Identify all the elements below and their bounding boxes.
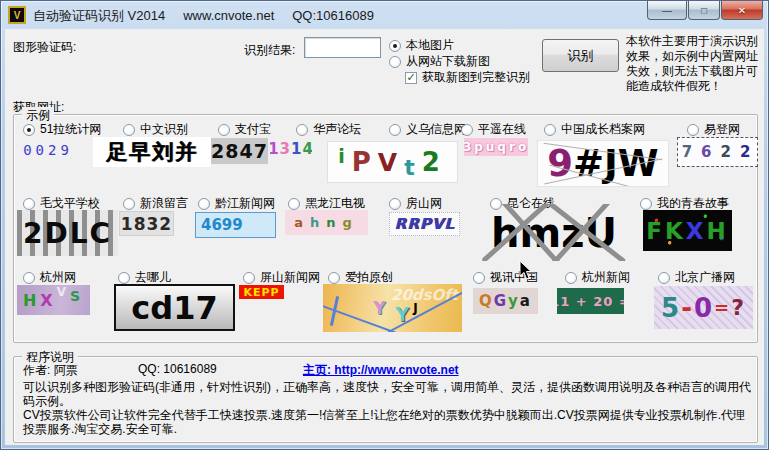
- radio-site-chinese-ocr[interactable]: 中文识别: [123, 121, 188, 138]
- site-label: 杭州新闻: [582, 269, 630, 286]
- radio-site-yiwu[interactable]: 义乌信息网: [389, 121, 466, 138]
- checkbox-label: 获取新图到完整识别: [422, 69, 530, 86]
- radio-icon: [389, 40, 401, 52]
- radio-download-label: 从网站下载新图: [406, 53, 490, 70]
- captcha-image-shixun: QGya: [473, 288, 538, 314]
- captcha-image-hangzhou: HXVS: [17, 285, 90, 315]
- captcha-image-yiwu: iPVt2: [327, 141, 458, 183]
- radio-icon: [658, 272, 670, 284]
- captcha-image-sina: 1832: [120, 212, 173, 235]
- radio-download-new[interactable]: 从网站下载新图: [389, 53, 490, 70]
- site-label: 平遥在线: [478, 121, 526, 138]
- captcha-image-fangshan: RRPVL: [389, 212, 460, 236]
- captcha-image-heilongjiang: ahng: [285, 210, 368, 235]
- site-label: 新浪留言: [140, 195, 188, 212]
- radio-icon: [288, 198, 300, 210]
- app-window: V 自动验证码识别 V2014www.cnvote.netQQ:10616089…: [0, 0, 769, 450]
- radio-icon: [389, 56, 401, 68]
- site-label: 杭州网: [40, 269, 76, 286]
- site-label: 义乌信息网: [406, 121, 466, 138]
- site-label: 易登网: [704, 121, 740, 138]
- radio-icon: [473, 272, 485, 284]
- captcha-image-pingyao: 3puqro: [464, 138, 528, 156]
- maximize-icon: □: [701, 5, 707, 16]
- site-label: 支付宝: [235, 121, 271, 138]
- window-title: 自动验证码识别 V2014www.cnvote.netQQ:10616089: [33, 7, 392, 25]
- qq-label: QQ: 10616089: [138, 362, 217, 376]
- site-label: 中文识别: [140, 121, 188, 138]
- radio-icon: [243, 272, 255, 284]
- radio-site-bjradio[interactable]: 北京广播网: [658, 269, 735, 286]
- radio-icon: [389, 124, 401, 136]
- site-label: 中国成长档案网: [561, 121, 645, 138]
- mouse-cursor: [519, 261, 533, 281]
- captcha-image-bjradio: 5-0=?: [654, 286, 753, 329]
- captcha-image-alipay: 2847: [211, 138, 268, 164]
- radio-icon: [687, 124, 699, 136]
- radio-site-chengzhang[interactable]: 中国成长档案网: [544, 121, 645, 138]
- radio-icon: [565, 272, 577, 284]
- radio-site-pingyao[interactable]: 平遥在线: [461, 121, 526, 138]
- radio-site-qianjiang[interactable]: 黔江新闻网: [198, 195, 275, 212]
- captcha-image-chinese: 足早刘并: [93, 137, 211, 167]
- radio-site-yideng[interactable]: 易登网: [687, 121, 740, 138]
- radio-icon: [389, 198, 401, 210]
- title-url: www.cnvote.net: [183, 8, 274, 23]
- close-icon: ✕: [738, 5, 746, 16]
- radio-site-fangshan[interactable]: 房山网: [389, 195, 442, 212]
- captcha-image-qianjiang: 4699: [195, 212, 276, 238]
- radio-icon: [461, 124, 473, 136]
- site-label: 房山网: [406, 195, 442, 212]
- captcha-image-kunlun: hmzU: [479, 204, 629, 261]
- recognize-button[interactable]: 识别: [542, 39, 619, 72]
- radio-site-51la[interactable]: 51拉统计网: [23, 121, 101, 138]
- radio-icon: [23, 272, 35, 284]
- site-label: 屏山新闻网: [260, 269, 320, 286]
- minimize-button[interactable]: —: [647, 1, 687, 20]
- captcha-label: 图形验证码:: [13, 39, 76, 56]
- result-input[interactable]: [304, 37, 381, 58]
- site-label: 黔江新闻网: [215, 195, 275, 212]
- radio-icon: [123, 198, 135, 210]
- radio-icon: [296, 124, 308, 136]
- radio-local-label: 本地图片: [406, 37, 454, 54]
- site-label: 华声论坛: [313, 121, 361, 138]
- window-controls: — □ ✕: [646, 1, 763, 20]
- radio-site-sina[interactable]: 新浪留言: [123, 195, 188, 212]
- checkbox-complete-recognize[interactable]: ✓ 获取新图到完整识别: [405, 69, 530, 86]
- homepage-link[interactable]: 主页: http://www.cnvote.net: [303, 362, 459, 379]
- radio-icon: [544, 124, 556, 136]
- radio-site-pingshan[interactable]: 屏山新闻网: [243, 269, 320, 286]
- captcha-image-yideng: 7622: [677, 137, 758, 167]
- radio-site-alipay[interactable]: 支付宝: [218, 121, 271, 138]
- radio-site-hznews[interactable]: 杭州新闻: [565, 269, 630, 286]
- radio-icon: [123, 124, 135, 136]
- radio-icon: [23, 124, 35, 136]
- site-label: 51拉统计网: [40, 121, 101, 138]
- captcha-image-qingchun: FKXH: [643, 210, 732, 251]
- radio-icon: [118, 272, 130, 284]
- minimize-icon: —: [662, 5, 672, 16]
- about-paragraph-1: 可以识别多种图形验证码(非通用，针对性识别)，正确率高，速度快，安全可靠，调用简…: [23, 380, 753, 408]
- client-area: 图形验证码: 识别结果: 本地图片 从网站下载新图 ✓ 获取新图到完整识别 识别…: [5, 29, 764, 445]
- result-label: 识别结果:: [244, 42, 295, 59]
- maximize-button[interactable]: □: [688, 1, 720, 20]
- radio-icon: [23, 198, 35, 210]
- app-icon: V: [8, 6, 26, 24]
- radio-icon: [218, 124, 230, 136]
- site-label: 北京广播网: [675, 269, 735, 286]
- checkbox-icon: ✓: [405, 72, 417, 84]
- radio-site-huasheng[interactable]: 华声论坛: [296, 121, 361, 138]
- title-qq: QQ:10616089: [292, 8, 374, 23]
- captcha-image-aipai: 20dsOft YYJ: [323, 284, 462, 332]
- captcha-image-51la: 0029: [19, 141, 77, 159]
- close-button[interactable]: ✕: [721, 1, 763, 20]
- captcha-image-huasheng: 1314: [270, 140, 312, 158]
- radio-site-hangzhou[interactable]: 杭州网: [23, 269, 76, 286]
- radio-icon: [198, 198, 210, 210]
- title-bar[interactable]: V 自动验证码识别 V2014www.cnvote.netQQ:10616089…: [1, 1, 768, 29]
- captcha-image-pingshan: KEPP: [239, 285, 284, 299]
- captcha-image-maogeping: 2DLC: [17, 210, 118, 256]
- author-label: 作者: 阿票: [23, 362, 78, 379]
- radio-local-image[interactable]: 本地图片: [389, 37, 454, 54]
